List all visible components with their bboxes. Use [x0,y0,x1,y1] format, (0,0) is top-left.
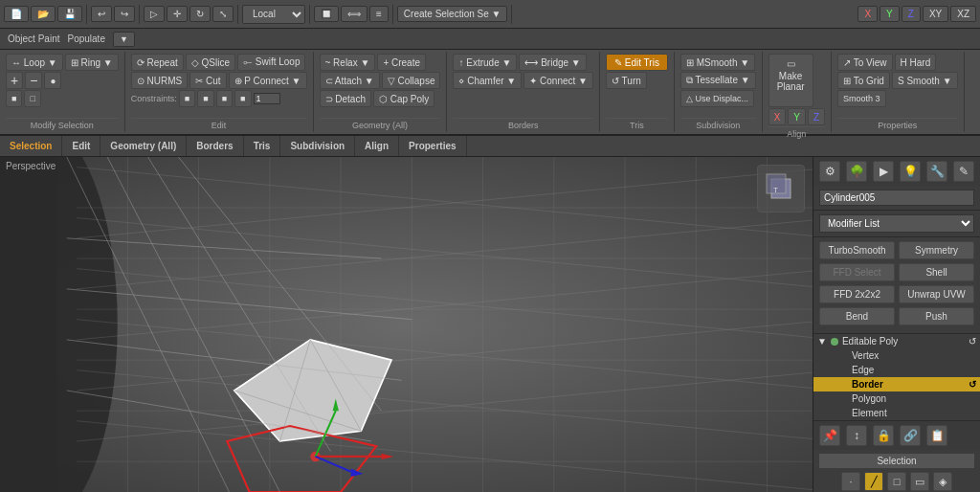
coord-dropdown[interactable]: Local World Screen [242,5,305,24]
tris-section[interactable]: Tris [244,136,281,156]
select-none-btn[interactable]: □ [24,90,40,107]
loop-btn[interactable]: ↔ Loop ▼ [6,54,63,71]
constraint-input[interactable] [254,93,280,104]
tree-border[interactable]: Border ↺ [813,377,980,391]
constraint-none-btn[interactable]: ■ [179,90,195,107]
panel-icon-settings[interactable]: ⚙ [819,161,840,182]
turn-btn[interactable]: ↺ Turn [606,72,647,89]
save-btn[interactable]: 💾 [57,6,82,22]
ring-btn[interactable]: ⊞ Ring ▼ [65,54,119,71]
extrude-btn[interactable]: ↑ Extrude ▼ [453,54,517,71]
paint-options-btn[interactable]: ▼ [113,32,135,47]
turbosmooth-btn[interactable]: TurboSmooth [819,241,895,259]
border-mode-icon[interactable]: □ [887,472,906,491]
props-section[interactable]: Properties [399,136,466,156]
cap-poly-btn[interactable]: ⬡ Cap Poly [373,90,434,107]
symmetry-btn[interactable]: Symmetry [899,241,974,259]
modifier-list-dropdown[interactable]: Modifier List [819,214,974,233]
shell-btn[interactable]: Shell [899,263,974,281]
edit-section[interactable]: Edit [62,136,100,156]
smooth-btn[interactable]: S Smooth ▼ [892,72,958,89]
panel-icon-hierarchy[interactable]: 🌳 [846,161,867,182]
element-mode-icon[interactable]: ◈ [933,472,952,491]
connect-btn[interactable]: ✦ Connect ▼ [523,72,593,89]
push-btn[interactable]: Push [899,307,974,325]
borders-section[interactable]: Borders [187,136,243,156]
align-y-btn[interactable]: Y [788,108,806,125]
nurms-btn[interactable]: ⊙ NURMS [131,72,188,89]
geometry-section[interactable]: Geometry (All) [100,136,187,156]
to-grid-btn[interactable]: ⊞ To Grid [837,72,890,89]
attach-btn[interactable]: ⊂ Attach ▼ [320,72,380,89]
cut-btn[interactable]: ✂ Cut [189,72,226,89]
xz-btn[interactable]: XZ [950,6,976,22]
panel-icon-display[interactable]: 💡 [900,161,921,182]
mirror-btn[interactable]: ⟺ [341,6,368,22]
xy-btn[interactable]: XY [923,6,948,22]
tree-element[interactable]: Element [813,406,980,420]
open-btn[interactable]: 📂 [31,6,56,22]
lock-icon-btn[interactable]: 🔒 [873,425,894,446]
x-axis-btn[interactable]: X [858,6,878,22]
pin-icon-btn[interactable]: 📌 [819,425,840,446]
shrink-btn[interactable]: − [25,72,42,89]
detach-btn[interactable]: ⊃ Detach [320,90,371,107]
align-z-btn[interactable]: Z [808,108,825,125]
constraint-face-btn[interactable]: ■ [216,90,233,107]
selection-section[interactable]: Selection [0,136,62,156]
vertex-mode-icon[interactable]: · [841,472,860,491]
y-axis-btn[interactable]: Y [880,6,900,22]
align-btn[interactable]: ≡ [369,6,389,22]
relax-btn[interactable]: ~ Relax ▼ [320,54,376,71]
panel-icon-utilities[interactable]: 🔧 [926,161,947,182]
ffd2x2x2-btn[interactable]: FFD 2x2x2 [819,285,895,303]
tree-polygon[interactable]: Polygon [813,391,980,406]
copy-icon-btn[interactable]: 📋 [926,425,947,446]
rotate-btn[interactable]: ↻ [189,6,211,22]
link-icon-btn[interactable]: 🔗 [900,425,921,446]
align-section[interactable]: Align [355,136,399,156]
hard-btn[interactable]: H Hard [895,54,937,71]
polygon-mode-icon[interactable]: ▭ [910,472,929,491]
ffd-select-btn[interactable]: FFD Select [819,263,895,281]
to-view-btn[interactable]: ↗ To View [837,54,892,71]
chamfer-btn[interactable]: ⋄ Chamfer ▼ [453,72,522,89]
qslice-btn[interactable]: ◇ QSlice [186,54,235,71]
repeat-btn[interactable]: ⟳ Repeat [131,54,184,71]
smooth3-btn[interactable]: Smooth 3 [837,90,886,107]
unwrap-uvw-btn[interactable]: Unwrap UVW [899,285,974,303]
bend-btn[interactable]: Bend [819,307,895,325]
tessellate-btn[interactable]: ⧉ Tessellate ▼ [680,72,756,89]
object-name-input[interactable] [819,190,974,206]
p-connect-btn[interactable]: ⊕ P Connect ▼ [229,72,307,89]
collapse-btn[interactable]: ▽ Collapse [382,72,441,89]
constraint-normal-btn[interactable]: ■ [234,90,251,107]
msmooth-btn[interactable]: ⊞ MSmooth ▼ [680,54,755,71]
z-axis-btn[interactable]: Z [902,6,921,22]
sel-icon-btn[interactable]: ● [44,72,61,89]
panel-icon-motion[interactable]: ▶ [873,161,894,182]
bridge-btn[interactable]: ⟷ Bridge ▼ [519,54,586,71]
viewport[interactable]: Perspective T [0,157,813,492]
scale-btn[interactable]: ⤡ [212,6,234,22]
tree-edge[interactable]: Edge [813,363,980,377]
edge-mode-icon[interactable]: ╱ [864,472,883,491]
use-displace-btn[interactable]: △ Use Displac... [680,90,754,107]
swift-loop-btn[interactable]: ⟜ Swift Loop [237,54,305,71]
nav-cube[interactable]: T [757,165,805,212]
snap-btn[interactable]: 🔲 [314,6,339,22]
subdiv-section[interactable]: Subdivision [280,136,355,156]
panel-icon-extra[interactable]: ✎ [953,161,974,182]
select-btn[interactable]: ▷ [144,6,165,22]
move-btn[interactable]: ✛ [167,6,188,22]
new-btn[interactable]: 📄 [4,6,29,22]
constraint-edge-btn[interactable]: ■ [197,90,213,107]
edit-tris-btn[interactable]: ✎ Edit Tris [606,54,668,71]
redo-btn[interactable]: ↪ [114,6,135,22]
undo-btn[interactable]: ↩ [91,6,112,22]
tree-vertex[interactable]: Vertex [813,348,980,363]
create-btn[interactable]: + Create [377,54,426,71]
align-x-btn[interactable]: X [768,108,787,125]
create-selection-btn[interactable]: Create Selection Se ▼ [397,6,508,22]
grow-btn[interactable]: + [6,72,23,89]
